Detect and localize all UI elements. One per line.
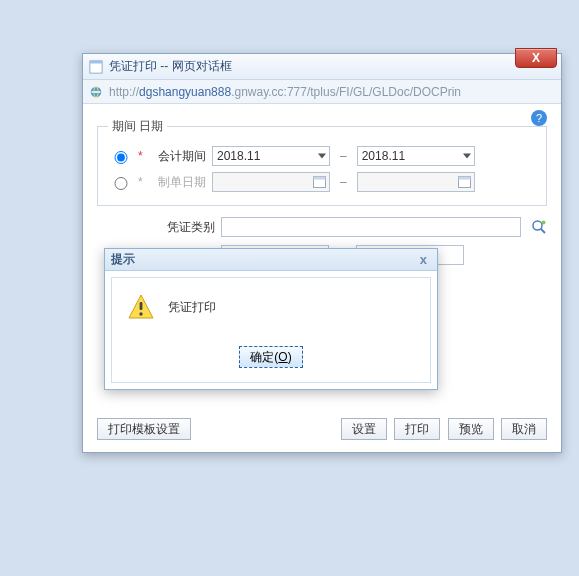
svg-rect-12 bbox=[140, 302, 143, 310]
url-text: http://dgshangyuan888.gnway.cc:777/tplus… bbox=[109, 85, 461, 99]
ok-prefix: 确定( bbox=[250, 350, 278, 364]
svg-point-13 bbox=[139, 312, 142, 315]
asterisk: * bbox=[138, 175, 146, 189]
modal-close-button[interactable]: x bbox=[416, 252, 431, 267]
chevron-down-icon bbox=[463, 154, 471, 159]
svg-rect-1 bbox=[90, 60, 102, 63]
help-glyph: ? bbox=[536, 112, 542, 124]
label-doc-date: 制单日期 bbox=[152, 174, 206, 191]
chevron-down-icon bbox=[318, 154, 326, 159]
close-icon: X bbox=[532, 51, 540, 65]
footer-bar: 打印模板设置 设置 打印 预览 取消 bbox=[97, 418, 547, 440]
svg-rect-5 bbox=[314, 177, 326, 180]
page-icon bbox=[89, 60, 103, 74]
footer-left: 打印模板设置 bbox=[97, 418, 191, 440]
url-bar: http://dgshangyuan888.gnway.cc:777/tplus… bbox=[83, 80, 561, 104]
combo-value: 2018.11 bbox=[362, 149, 405, 163]
svg-line-9 bbox=[541, 229, 545, 233]
ok-button[interactable]: 确定(O) bbox=[239, 346, 302, 368]
footer-right: 设置 打印 预览 取消 bbox=[341, 418, 547, 440]
calendar-icon bbox=[458, 175, 471, 188]
url-prefix: http:// bbox=[109, 85, 139, 99]
row-voucher-type: 凭证类别 bbox=[97, 214, 547, 240]
modal-body: 凭证打印 确定(O) bbox=[111, 277, 431, 383]
row-doc-date: * 制单日期 – bbox=[108, 169, 536, 195]
button-preview[interactable]: 预览 bbox=[448, 418, 494, 440]
asterisk: * bbox=[138, 149, 146, 163]
period-legend: 期间 日期 bbox=[108, 118, 167, 135]
warning-icon bbox=[128, 294, 154, 320]
button-print[interactable]: 打印 bbox=[394, 418, 440, 440]
label-accounting-period: 会计期间 bbox=[152, 148, 206, 165]
svg-point-8 bbox=[533, 221, 542, 230]
radio-doc-date[interactable] bbox=[113, 177, 129, 190]
modal-titlebar: 提示 x bbox=[105, 249, 437, 271]
ie-icon bbox=[89, 85, 103, 99]
alert-modal: 提示 x 凭证打印 确定(O) bbox=[104, 248, 438, 390]
window-title: 凭证打印 -- 网页对话框 bbox=[109, 58, 232, 75]
button-cancel[interactable]: 取消 bbox=[501, 418, 547, 440]
button-template-settings[interactable]: 打印模板设置 bbox=[97, 418, 191, 440]
period-fieldset: 期间 日期 * 会计期间 2018.11 – 2018.11 * 制单日期 – bbox=[97, 118, 547, 206]
modal-title: 提示 bbox=[111, 251, 135, 268]
range-sep: – bbox=[336, 175, 351, 189]
modal-message-row: 凭证打印 bbox=[124, 292, 418, 340]
date-to[interactable] bbox=[357, 172, 475, 192]
row-accounting-period: * 会计期间 2018.11 – 2018.11 bbox=[108, 143, 536, 169]
close-button[interactable]: X bbox=[515, 48, 557, 68]
button-settings[interactable]: 设置 bbox=[341, 418, 387, 440]
titlebar: 凭证打印 -- 网页对话框 X bbox=[83, 54, 561, 80]
doc-date-group: * 制单日期 bbox=[138, 174, 206, 191]
svg-rect-7 bbox=[458, 177, 470, 180]
label-voucher-type: 凭证类别 bbox=[161, 219, 215, 236]
ok-suffix: ) bbox=[288, 350, 292, 364]
url-host: dgshangyuan888 bbox=[139, 85, 231, 99]
date-from[interactable] bbox=[212, 172, 330, 192]
input-voucher-type[interactable] bbox=[221, 217, 521, 237]
range-sep: – bbox=[336, 149, 351, 163]
combo-value: 2018.11 bbox=[217, 149, 260, 163]
help-icon[interactable]: ? bbox=[531, 110, 547, 126]
modal-footer: 确定(O) bbox=[124, 340, 418, 368]
url-rest: .gnway.cc:777/tplus/FI/GL/GLDoc/DOCPrin bbox=[231, 85, 461, 99]
svg-point-10 bbox=[542, 221, 546, 225]
calendar-icon bbox=[313, 175, 326, 188]
ok-key: O bbox=[278, 350, 287, 364]
search-icon[interactable] bbox=[531, 219, 547, 235]
combo-period-to[interactable]: 2018.11 bbox=[357, 146, 475, 166]
combo-period-from[interactable]: 2018.11 bbox=[212, 146, 330, 166]
radio-accounting-period[interactable] bbox=[113, 151, 129, 164]
modal-message: 凭证打印 bbox=[168, 299, 216, 316]
